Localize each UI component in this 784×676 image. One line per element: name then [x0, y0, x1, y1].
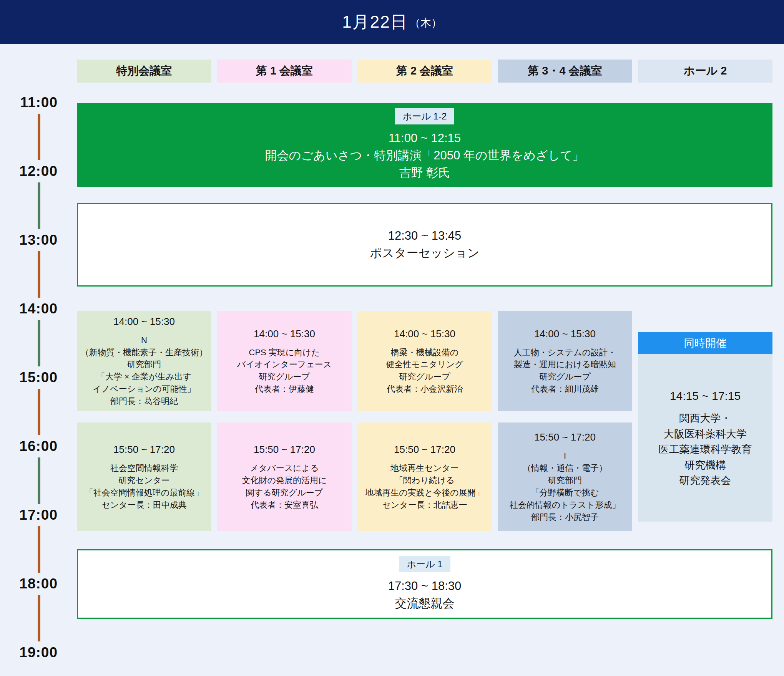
session-line: 「関わり続ける — [365, 474, 484, 487]
tick-12-13 — [38, 182, 40, 229]
hour-label-1800: 18:00 — [8, 576, 58, 592]
session-line: CPS 実現に向けた — [237, 346, 332, 359]
session-time: 14:00 ~ 15:30 — [394, 327, 455, 341]
hour-label-1100: 11:00 — [8, 94, 58, 111]
hour-label-1300: 13:00 — [8, 232, 58, 248]
session-line: センター長：田中成典 — [85, 499, 204, 511]
room-header-special: 特別会議室 — [77, 60, 211, 83]
tick-16-17 — [38, 457, 40, 504]
session-line: 研究機構 — [659, 457, 752, 473]
session-line: I — [510, 450, 621, 462]
session-opening: ホール 1-2 11:00 ~ 12:15 開会のごあいさつ・特別講演「2050… — [77, 103, 772, 187]
tick-14-15 — [38, 320, 40, 366]
date-text: 1月22日 — [342, 11, 408, 33]
session-time: 11:00 ~ 12:15 — [389, 130, 461, 147]
session-line: 代表者：伊藤健 — [237, 383, 332, 395]
session-line: バイオインターフェース — [237, 358, 332, 371]
session-line: 健全性モニタリング — [386, 358, 463, 371]
session-title: ポスターセッション — [370, 245, 480, 262]
session-line: 「大学 × 企業が生み出す — [81, 371, 208, 383]
date-header-bar: 1月22日 （木） — [0, 0, 784, 44]
session-line: 研究部門 — [81, 358, 208, 371]
session-line: 研究グループ — [386, 371, 463, 383]
room-header-mtg1: 第 1 会議室 — [217, 60, 352, 83]
session-row2-mtg2: 15:50 ~ 17:20 地域再生センター「関わり続ける地域再生の実践と今後の… — [357, 422, 492, 531]
session-line: 代表者：安室喜弘 — [242, 499, 327, 511]
session-line: 研究部門 — [510, 474, 621, 487]
session-lines: N（新物質・機能素子・生産技術）研究部門「大学 × 企業が生み出すイノベーション… — [81, 334, 208, 408]
session-lines: 社会空間情報科学研究センター「社会空間情報処理の最前線」センター長：田中成典 — [85, 462, 204, 511]
session-time: 15:50 ~ 17:20 — [113, 442, 175, 457]
session-line: 関する研究グループ — [242, 487, 327, 499]
session-line: （情報・通信・電子） — [510, 462, 621, 474]
hall-badge: ホール 1-2 — [395, 108, 454, 124]
session-title: 開会のごあいさつ・特別講演「2050 年の世界をめざして」 — [265, 147, 584, 164]
session-time: 14:00 ~ 15:30 — [534, 327, 596, 341]
session-time: 15:50 ~ 17:20 — [254, 442, 315, 457]
session-party: ホール 1 17:30 ~ 18:30 交流懇親会 — [77, 549, 772, 619]
session-line: 部門長：小尻智子 — [510, 511, 621, 524]
tick-11-12 — [38, 114, 40, 160]
session-line: 代表者：細川茂雄 — [514, 383, 616, 395]
session-time: 14:15 ~ 17:15 — [670, 387, 741, 404]
session-row1-mtg1: 14:00 ~ 15:30 CPS 実現に向けたバイオインターフェース研究グルー… — [217, 311, 352, 411]
hour-label-1900: 19:00 — [8, 645, 58, 661]
room-header-mtg2: 第 2 会議室 — [357, 60, 492, 83]
session-line: 人工物・システムの設計・ — [514, 346, 616, 359]
session-row1-mtg2: 14:00 ~ 15:30 橋梁・機械設備の健全性モニタリング研究グループ代表者… — [357, 311, 492, 411]
session-time: 14:00 ~ 15:30 — [254, 327, 315, 341]
session-line: 研究グループ — [514, 371, 616, 383]
session-lines: I（情報・通信・電子）研究部門「分野横断で挑む社会的情報のトラスト形成」部門長：… — [510, 450, 621, 523]
session-line: 文化財の発展的活用に — [242, 474, 327, 487]
session-time: 14:00 ~ 15:30 — [113, 315, 175, 329]
session-line: 医工薬連環科学教育 — [659, 442, 752, 457]
session-line: 研究グループ — [237, 371, 332, 383]
session-line: 部門長：葛谷明紀 — [81, 395, 208, 408]
session-row1-special: 14:00 ~ 15:30 N（新物質・機能素子・生産技術）研究部門「大学 × … — [77, 311, 211, 411]
session-line: 研究センター — [85, 474, 204, 487]
hour-label-1500: 15:00 — [8, 369, 58, 386]
session-line: 地域再生の実践と今後の展開」 — [365, 487, 484, 499]
concurrent-header: 同時開催 — [638, 332, 772, 354]
session-line: 「社会空間情報処理の最前線」 — [85, 487, 204, 499]
tick-17-18 — [38, 526, 40, 573]
session-lines: 橋梁・機械設備の健全性モニタリング研究グループ代表者：小金沢新治 — [386, 346, 463, 396]
session-row2-mtg34: 15:50 ~ 17:20 I（情報・通信・電子）研究部門「分野横断で挑む社会的… — [498, 422, 632, 531]
tick-13-14 — [38, 251, 40, 298]
session-line: 研究発表会 — [659, 473, 752, 489]
room-header-hall2: ホール 2 — [638, 60, 772, 83]
session-line: イノベーションの可能性」 — [81, 383, 208, 395]
session-line: 大阪医科薬科大学 — [659, 426, 752, 442]
session-lines: メタバースによる文化財の発展的活用に関する研究グループ代表者：安室喜弘 — [242, 462, 327, 511]
room-header-mtg34: 第 3・4 会議室 — [498, 60, 632, 83]
session-line: メタバースによる — [242, 462, 327, 474]
session-speaker: 吉野 彰氏 — [399, 164, 450, 182]
session-line: センター長：北詰恵一 — [365, 499, 484, 511]
session-line: 「分野横断で挑む — [510, 487, 621, 499]
session-line: N — [81, 334, 208, 346]
hour-label-1700: 17:00 — [8, 507, 58, 523]
schedule-canvas: 1月22日 （木） 特別会議室 第 1 会議室 第 2 会議室 第 3・4 会議… — [0, 0, 784, 676]
session-line: （新物質・機能素子・生産技術） — [81, 346, 208, 359]
session-row2-special: 15:50 ~ 17:20 社会空間情報科学研究センター「社会空間情報処理の最前… — [77, 422, 211, 531]
hour-label-1600: 16:00 — [8, 438, 58, 454]
session-time: 15:50 ~ 17:20 — [534, 430, 596, 445]
session-line: 代表者：小金沢新治 — [386, 383, 463, 395]
session-time: 17:30 ~ 18:30 — [388, 578, 461, 595]
session-lines: 地域再生センター「関わり続ける地域再生の実践と今後の展開」センター長：北詰恵一 — [365, 462, 484, 511]
session-line: 社会的情報のトラスト形成」 — [510, 499, 621, 511]
hall-badge: ホール 1 — [399, 556, 450, 572]
session-hall2-concurrent: 同時開催 14:15 ~ 17:15 関西大学・大阪医科薬科大学医工薬連環科学教… — [638, 332, 772, 522]
session-line: 社会空間情報科学 — [85, 462, 204, 474]
session-poster: 12:30 ~ 13:45 ポスターセッション — [77, 203, 772, 287]
session-time: 12:30 ~ 13:45 — [388, 227, 461, 245]
session-line: 橋梁・機械設備の — [386, 346, 463, 359]
session-line: 関西大学・ — [659, 411, 752, 426]
session-time: 15:50 ~ 17:20 — [394, 442, 455, 457]
session-lines: 人工物・システムの設計・製造・運用における暗黙知研究グループ代表者：細川茂雄 — [514, 346, 616, 396]
session-line: 製造・運用における暗黙知 — [514, 358, 616, 371]
session-row1-mtg34: 14:00 ~ 15:30 人工物・システムの設計・製造・運用における暗黙知研究… — [498, 311, 632, 411]
session-lines: CPS 実現に向けたバイオインターフェース研究グループ代表者：伊藤健 — [237, 346, 332, 396]
concurrent-body: 14:15 ~ 17:15 関西大学・大阪医科薬科大学医工薬連環科学教育研究機構… — [638, 354, 772, 522]
hour-label-1200: 12:00 — [8, 163, 58, 179]
